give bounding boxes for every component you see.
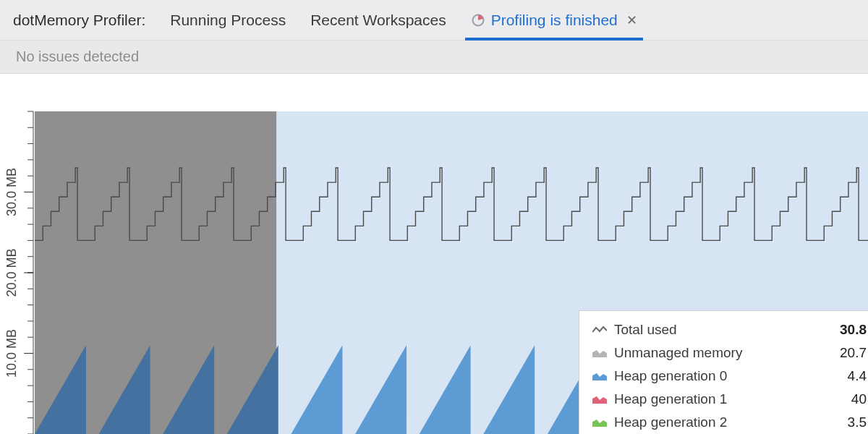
tab-label: Recent Workspaces (310, 12, 446, 29)
legend-row-heap0[interactable]: Heap generation 0 4.4 (592, 365, 867, 388)
svg-text:20.0 MB: 20.0 MB (4, 248, 19, 297)
legend-row-heap2[interactable]: Heap generation 2 3.5 (592, 411, 867, 434)
legend-label: Heap generation 2 (614, 414, 841, 430)
legend-label: Total used (614, 322, 833, 338)
svg-text:10.0 MB: 10.0 MB (4, 329, 19, 378)
legend-value: 40 (851, 391, 867, 407)
memory-timeline-chart[interactable]: 10.0 MB20.0 MB30.0 MB Total used 30.8 Un… (0, 74, 868, 434)
legend-value: 3.5 (848, 414, 867, 430)
area-series-icon (592, 393, 607, 405)
legend-label: Heap generation 0 (614, 368, 841, 384)
legend-value: 20.7 (840, 345, 867, 361)
legend-row-total-used[interactable]: Total used 30.8 (592, 318, 867, 341)
tab-label: Running Process (170, 12, 286, 29)
legend-label: Unmanaged memory (614, 345, 833, 361)
issues-text: No issues detected (16, 48, 139, 65)
issues-bar: No issues detected (0, 41, 868, 74)
area-series-icon (592, 347, 607, 359)
tab-recent-workspaces[interactable]: Recent Workspaces (310, 0, 446, 40)
tab-running-process[interactable]: Running Process (170, 0, 286, 40)
legend-value: 4.4 (848, 368, 867, 384)
progress-ring-icon (471, 13, 485, 27)
tab-bar: dotMemory Profiler: Running Process Rece… (0, 0, 868, 41)
close-icon[interactable]: ✕ (626, 12, 637, 28)
legend-row-heap1[interactable]: Heap generation 1 40 (592, 388, 867, 411)
area-series-icon (592, 370, 607, 382)
svg-text:30.0 MB: 30.0 MB (4, 168, 19, 216)
line-series-icon (592, 324, 607, 336)
legend-row-unmanaged[interactable]: Unmanaged memory 20.7 (592, 341, 867, 365)
area-series-icon (592, 417, 607, 428)
tab-profiling-finished[interactable]: Profiling is finished ✕ (471, 0, 637, 40)
profiler-title: dotMemory Profiler: (13, 12, 145, 29)
legend-panel: Total used 30.8 Unmanaged memory 20.7 He… (579, 310, 868, 434)
legend-label: Heap generation 1 (614, 391, 844, 407)
legend-value: 30.8 (840, 322, 867, 338)
tab-label: Profiling is finished (491, 12, 618, 29)
